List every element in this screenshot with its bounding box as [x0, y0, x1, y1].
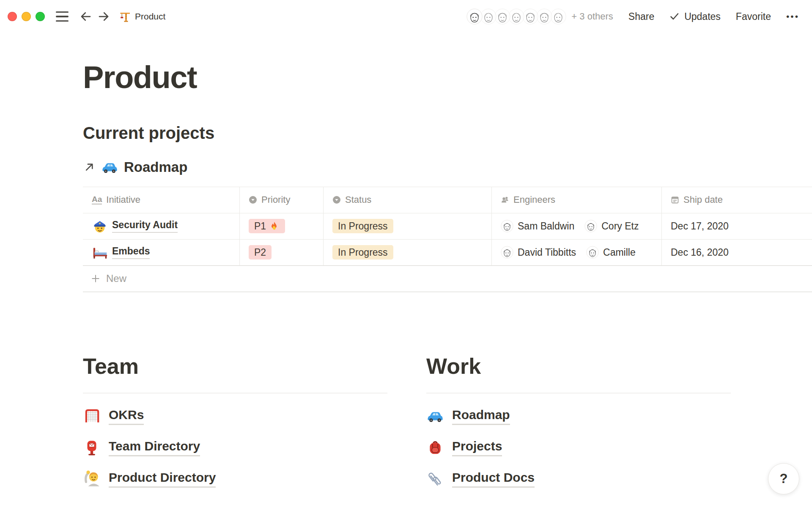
viewer-avatars[interactable] [466, 8, 566, 25]
fire-icon [269, 221, 280, 231]
column-header-status[interactable]: Status [324, 187, 492, 213]
north-east-arrow-icon [83, 161, 96, 174]
avatar[interactable] [494, 8, 510, 25]
team-section: Team OKRs Team Directory Product Directo… [83, 355, 387, 495]
work-links: Roadmap Projects Product Docs [426, 400, 731, 494]
avatar [501, 246, 513, 259]
roadmap-link[interactable]: Roadmap [426, 400, 731, 432]
engineers-cell[interactable]: David Tibbitts Camille [492, 240, 662, 266]
new-row-button[interactable]: New [83, 266, 812, 292]
police-officer-icon [92, 218, 108, 234]
roadmap-database-link[interactable]: Roadmap [83, 159, 812, 175]
column-header-initiative[interactable]: Aa Initiative [83, 187, 240, 213]
okrs-link[interactable]: OKRs [83, 400, 387, 432]
avatar[interactable] [480, 8, 497, 25]
status-cell[interactable]: In Progress [324, 213, 492, 240]
status-tag: In Progress [332, 219, 393, 233]
column-header-ship-date[interactable]: Ship date [662, 187, 812, 213]
initiative-cell[interactable]: Security Audit [83, 213, 240, 240]
topbar: Product + 3 others Share Updates Favorit… [0, 0, 812, 33]
priority-tag: P1 [249, 219, 285, 233]
page-body: Product Current projects Roadmap Aa Init… [0, 61, 812, 494]
person-raising-hand-icon [83, 470, 101, 488]
goal-net-icon [83, 407, 101, 425]
check-icon [669, 11, 680, 22]
page-title: Product [83, 61, 812, 94]
priority-tag: P2 [249, 245, 272, 260]
divider [426, 393, 731, 393]
help-button[interactable]: ? [768, 463, 799, 494]
breadcrumb[interactable]: Product [118, 10, 165, 23]
more-menu-button[interactable]: ••• [786, 11, 799, 22]
link-columns: Team OKRs Team Directory Product Directo… [83, 355, 812, 495]
ship-date-cell[interactable]: Dec 17, 2020 [662, 213, 812, 240]
priority-cell[interactable]: P2 [240, 240, 324, 266]
avatar [501, 220, 513, 232]
more-viewers-label[interactable]: + 3 others [571, 11, 613, 22]
avatar [584, 220, 597, 232]
avatar[interactable] [550, 8, 566, 25]
engineer: Sam Baldwin [501, 220, 574, 232]
avatar[interactable] [508, 8, 524, 25]
forward-button[interactable] [96, 9, 111, 24]
engineer: David Tibbitts [501, 246, 576, 259]
blue-car-icon [426, 408, 444, 424]
roadmap-table: Aa Initiative Priority Status Engineers [83, 187, 812, 292]
product-directory-link[interactable]: Product Directory [83, 463, 387, 494]
status-cell[interactable]: In Progress [324, 240, 492, 266]
share-button[interactable]: Share [628, 11, 654, 22]
security-audit-link[interactable]: Security Audit [112, 219, 178, 233]
updates-button[interactable]: Updates [669, 11, 721, 22]
ship-date-cell[interactable]: Dec 16, 2020 [662, 240, 812, 266]
priority-cell[interactable]: P1 [240, 213, 324, 240]
initiative-cell[interactable]: Embeds [83, 240, 240, 266]
favorite-button[interactable]: Favorite [736, 11, 771, 22]
team-heading: Team [83, 355, 387, 378]
construction-crane-icon [118, 10, 131, 23]
current-projects-heading: Current projects [83, 124, 812, 142]
roadmap-link-label: Roadmap [124, 159, 187, 175]
team-links: OKRs Team Directory Product Directory [83, 400, 387, 494]
postbox-icon [83, 439, 101, 456]
avatar[interactable] [466, 8, 483, 25]
sidebar-menu-icon[interactable] [56, 11, 69, 22]
notion-window: Product + 3 others Share Updates Favorit… [0, 0, 812, 508]
embeds-link[interactable]: Embeds [112, 246, 150, 259]
column-header-engineers[interactable]: Engineers [492, 187, 662, 213]
avatar[interactable] [536, 8, 552, 25]
bed-icon [92, 244, 108, 260]
select-property-icon [332, 196, 341, 204]
minimize-window-button[interactable] [22, 12, 31, 21]
people-property-icon [501, 196, 509, 204]
back-button[interactable] [79, 9, 93, 24]
table-header-row: Aa Initiative Priority Status Engineers [83, 187, 812, 213]
backpack-icon [426, 439, 444, 456]
blue-car-icon [101, 159, 118, 175]
avatar [586, 246, 599, 259]
column-header-priority[interactable]: Priority [240, 187, 324, 213]
text-property-icon: Aa [92, 195, 102, 204]
divider [83, 393, 387, 393]
product-docs-link[interactable]: Product Docs [426, 463, 731, 494]
linked-paperclips-icon [426, 470, 444, 488]
zoom-window-button[interactable] [36, 12, 45, 21]
status-tag: In Progress [332, 245, 393, 260]
engineer: Cory Etz [584, 220, 639, 232]
date-property-icon [671, 196, 679, 204]
close-window-button[interactable] [8, 12, 17, 21]
work-section: Work Roadmap Projects Product Docs [426, 355, 731, 495]
table-row: Security Audit P1 In Progress Sam Baldwi… [83, 213, 812, 240]
projects-link[interactable]: Projects [426, 432, 731, 463]
engineers-cell[interactable]: Sam Baldwin Cory Etz [492, 213, 662, 240]
breadcrumb-title: Product [135, 11, 165, 22]
select-property-icon [249, 196, 257, 204]
engineer: Camille [586, 246, 636, 259]
topbar-actions: + 3 others Share Updates Favorite ••• [466, 8, 799, 25]
team-directory-link[interactable]: Team Directory [83, 432, 387, 463]
window-controls [8, 12, 45, 21]
work-heading: Work [426, 355, 731, 378]
avatar[interactable] [522, 8, 538, 25]
table-row: Embeds P2 In Progress David Tibbitts Cam… [83, 240, 812, 266]
plus-icon [91, 274, 100, 283]
